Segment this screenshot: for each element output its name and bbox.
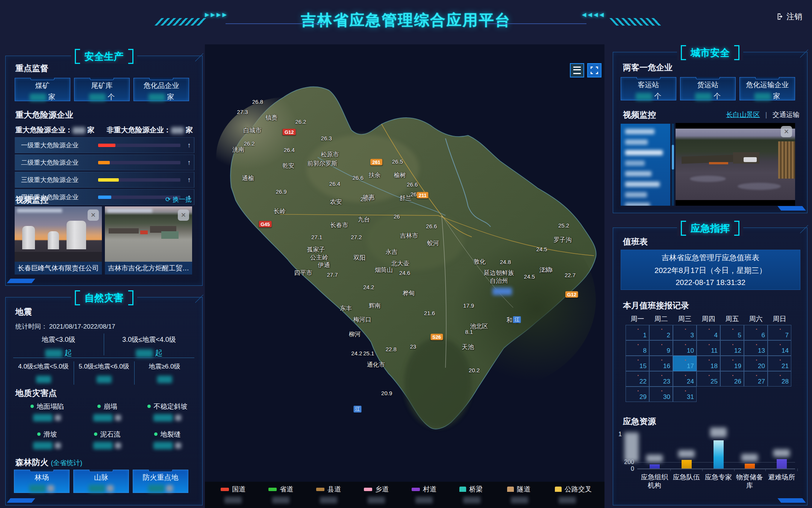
bracket-left-icon xyxy=(681,221,686,236)
hazard-stat-left: 重大危险源企业： 家 xyxy=(15,125,94,135)
map-city-label: 敦化 xyxy=(474,258,486,266)
stat-card-unit: 家 xyxy=(48,93,55,101)
camera-list-item[interactable] xyxy=(625,171,651,176)
legend-item-top: 隧道 xyxy=(507,485,530,494)
legend-item-top: 省道 xyxy=(268,485,293,494)
video-source-links: 长白山景区 | 交通运输 xyxy=(726,110,800,119)
close-video-button[interactable]: × xyxy=(781,126,792,137)
x-tick xyxy=(702,469,703,471)
green-dot-icon xyxy=(97,405,101,408)
map-city-label: 罗子沟 xyxy=(553,236,571,244)
quake-cell: 4.0级≤地震<5.0级 xyxy=(13,362,74,383)
legend-item-隧道: 隧道 xyxy=(507,485,555,503)
close-video-button[interactable]: × xyxy=(88,209,99,221)
stat-card-煤矿[interactable]: 煤矿 家 xyxy=(15,78,70,101)
legend-label: 县道 xyxy=(327,485,341,494)
map-temp-label: 20.9 xyxy=(381,390,392,396)
header-arrows-right-icon: ◀◀◀◀ xyxy=(582,11,605,18)
map-fullscreen-button[interactable] xyxy=(587,63,601,77)
stat-card-山脉[interactable]: 山脉 xyxy=(73,470,129,493)
camera-list-item[interactable] xyxy=(625,182,660,187)
hazard-stat-left-value-redacted xyxy=(73,127,85,134)
map-temp-label: 27.2 xyxy=(351,234,362,240)
map-road-badge-S26: S26 xyxy=(430,334,443,340)
scrollbar-thumb[interactable] xyxy=(672,145,674,170)
stat-card-危化运输企业[interactable]: 危化运输企业 家 xyxy=(739,77,795,100)
camera-tile[interactable]: ×吉林市吉化北方炬醒工贸责任... xyxy=(105,206,192,274)
quake-cell-label: 5.0级≤地震<6.0级 xyxy=(74,362,134,371)
refresh-batch-label: 换一批 xyxy=(173,196,192,203)
x-tick xyxy=(670,469,671,471)
stat-card-value: 家 xyxy=(15,92,70,102)
stat-card-防火重点地[interactable]: 防火重点地 xyxy=(133,470,188,493)
legend-item-县道: 县道 xyxy=(316,485,364,503)
legend-label: 公路交叉 xyxy=(565,485,592,494)
map-temp-label: 26.4 xyxy=(284,146,295,153)
map-city-label: 洮南 xyxy=(232,146,244,153)
geo-item-label: 地裂缝 xyxy=(137,430,197,439)
stat-card-林场[interactable]: 林场 xyxy=(14,470,70,493)
map-terrain xyxy=(205,44,604,508)
up-arrow-icon: ↑ xyxy=(184,159,194,167)
timestamp-redacted xyxy=(107,209,152,212)
geo-item: 崩塌 xyxy=(77,402,137,422)
link-transport[interactable]: 交通运输 xyxy=(773,111,800,118)
stat-card-label: 煤矿 xyxy=(15,81,70,91)
camera-list[interactable] xyxy=(621,124,670,206)
camera-list-item[interactable] xyxy=(625,140,648,145)
map-layers-button[interactable] xyxy=(570,63,584,77)
quake-cell-value xyxy=(74,375,134,383)
stat-card-unit: 个 xyxy=(654,92,661,100)
map-city-label: 东丰 xyxy=(340,304,352,312)
stat-card-客运站[interactable]: 客运站 个 xyxy=(621,77,676,100)
link-changbaishan[interactable]: 长白山景区 xyxy=(726,111,760,118)
map-temp-label: 24.6 xyxy=(399,269,410,276)
province-map[interactable]: 白城市镇赉洮南通榆乾安松原市前郭尔罗斯扶余榆树长岭农安德惠舒兰九台长春市吉林市蛟… xyxy=(205,44,604,508)
unit-redacted xyxy=(115,415,121,421)
bracket-left-icon xyxy=(75,290,80,305)
camera-list-item[interactable] xyxy=(625,129,654,134)
stat-card-危化品企业[interactable]: 危化品企业 家 xyxy=(133,78,189,101)
city-video-player[interactable]: × xyxy=(676,123,795,206)
map-city-label: 梅河口 xyxy=(353,316,371,324)
page-title: 吉林省应急管理综合应用平台 xyxy=(0,10,812,30)
refresh-batch-button[interactable]: ⟳ 换一批 xyxy=(165,195,192,204)
camera-tile[interactable]: ×长春巨峰气体有限责任公司 xyxy=(15,206,102,274)
header-line-right xyxy=(487,23,586,24)
camera-list-scrollbar[interactable] xyxy=(672,124,674,206)
green-dot-icon xyxy=(30,405,34,408)
green-dot-icon xyxy=(37,432,41,436)
stat-card-label: 防火重点地 xyxy=(133,473,188,482)
map-city-label: 辉南 xyxy=(369,302,381,310)
map-city-label: 双阳 xyxy=(353,254,365,262)
value-redacted xyxy=(157,376,172,383)
legend-count-redacted xyxy=(463,497,480,503)
panel-emergency-command: 应急指挥 值班表 吉林省应急管理厅应急值班表 2022年8月17日（今日，星期三… xyxy=(613,227,807,505)
camera-list-item[interactable] xyxy=(625,192,647,197)
map-road-badge-G12: G12 xyxy=(565,291,579,297)
map-city-label: 通榆 xyxy=(242,174,254,182)
category-label: 避难场所 xyxy=(764,473,799,481)
stat-card-value: 个 xyxy=(74,92,129,102)
corner-accent xyxy=(777,206,806,211)
camera-list-item[interactable] xyxy=(625,150,663,155)
camera-list-item[interactable] xyxy=(625,203,650,206)
map-temp-label: 24.5 xyxy=(524,273,535,279)
value-redacted xyxy=(93,442,113,449)
camera-list-item[interactable] xyxy=(625,161,645,166)
map-city-label: 松原市 xyxy=(321,151,339,159)
unit-redacted xyxy=(107,485,114,492)
earthquake-heading: 地震 xyxy=(15,306,32,318)
legend-item-top: 村道 xyxy=(412,485,436,494)
stat-card-货运站[interactable]: 货运站 个 xyxy=(680,77,736,100)
map-temp-label: 17.9 xyxy=(463,302,474,309)
value-redacted xyxy=(33,414,53,422)
stat-card-尾矿库[interactable]: 尾矿库 个 xyxy=(74,78,130,101)
logout-button[interactable]: 注销 xyxy=(776,11,802,22)
panel-safety-title-text: 安全生产 xyxy=(85,50,124,63)
panel-safety-title: 安全生产 xyxy=(6,49,202,65)
close-video-button[interactable]: × xyxy=(178,209,189,221)
fullscreen-icon xyxy=(591,67,598,74)
map-temp-label: 26.6 xyxy=(353,174,364,180)
map-city-label: 长岭 xyxy=(274,207,286,215)
